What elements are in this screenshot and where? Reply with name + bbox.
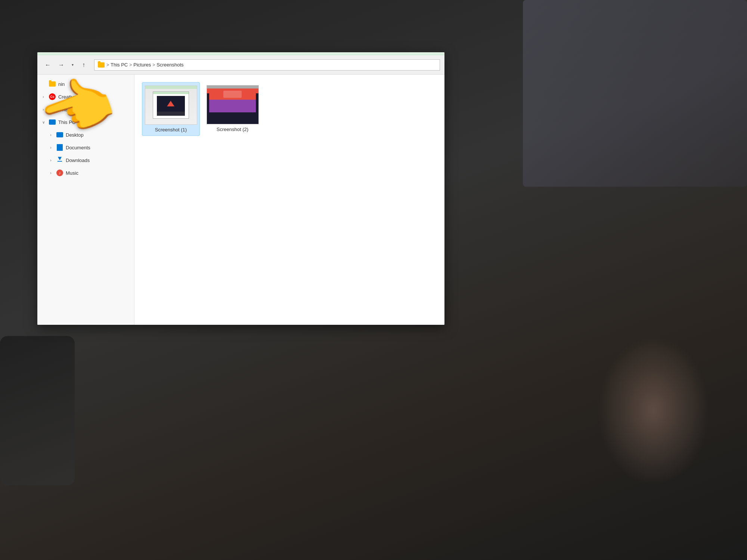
sidebar-item-onedrive[interactable]: › OneDrive - Perso: [37, 103, 134, 116]
chevron-music: ›: [48, 170, 54, 176]
address-sep2: >: [129, 62, 132, 68]
file-label-screenshot1: Screenshot (1): [155, 127, 187, 133]
pc-icon: [49, 118, 56, 126]
chevron-documents: ›: [48, 144, 54, 150]
history-dropdown-button[interactable]: ▾: [69, 59, 76, 71]
file-label-screenshot2: Screenshot (2): [217, 127, 248, 132]
downloads-icon: [56, 156, 63, 164]
address-folder-icon: [97, 61, 105, 69]
desktop-icon: [56, 131, 63, 139]
chevron-onedrive: ›: [40, 106, 46, 112]
sidebar-label-this-pc: This PC: [58, 119, 131, 125]
onedrive-icon: [49, 106, 56, 113]
main-area: nin › Cc Creative Cloud Fi › OneDrive - …: [37, 75, 444, 325]
address-screenshots: Screenshots: [156, 62, 183, 68]
up-button[interactable]: ↑: [78, 59, 90, 71]
bg-hand: [598, 336, 710, 485]
sidebar-label-nin: nin: [58, 81, 131, 87]
chevron-placeholder: [40, 81, 46, 87]
chevron-downloads: ›: [48, 157, 54, 163]
back-button[interactable]: ←: [42, 59, 54, 71]
sidebar-label-documents: Documents: [66, 145, 131, 150]
sidebar-item-nin[interactable]: nin: [37, 78, 134, 90]
chevron-desktop: ›: [48, 132, 54, 138]
sidebar-label-music: Music: [66, 170, 131, 176]
nin-folder-icon: [49, 80, 56, 88]
address-sep3: >: [152, 62, 155, 68]
sidebar-label-cc: Creative Cloud Fi: [58, 94, 131, 100]
sidebar-label-desktop: Desktop: [66, 132, 131, 138]
creative-cloud-icon: Cc: [49, 93, 56, 100]
sidebar-item-desktop[interactable]: › Desktop: [37, 128, 134, 141]
address-bar[interactable]: > This PC > Pictures > Screenshots: [94, 59, 440, 71]
title-bar-accent: [37, 52, 444, 55]
sidebar-item-documents[interactable]: › Documents: [37, 141, 134, 154]
thumbnail-screenshot1: [145, 85, 197, 125]
thumbnail-screenshot2: [207, 85, 259, 124]
sidebar-item-creative-cloud[interactable]: › Cc Creative Cloud Fi: [37, 90, 134, 103]
bg-laptop: [523, 0, 747, 187]
music-icon: ♪: [56, 169, 63, 177]
navigation-bar: ← → ▾ ↑ > This PC > Pictures > Screensho…: [37, 55, 444, 75]
file-item-screenshot2[interactable]: Screenshot (2): [204, 82, 261, 136]
bg-phone: [0, 336, 75, 485]
chevron-this-pc: ∨: [40, 119, 46, 125]
files-grid: Screenshot (1): [142, 82, 437, 136]
sidebar-label-downloads: Downloads: [66, 158, 131, 163]
address-this-pc: This PC: [111, 62, 128, 68]
content-area: Screenshot (1): [134, 75, 444, 325]
sidebar: nin › Cc Creative Cloud Fi › OneDrive - …: [37, 75, 134, 325]
forward-button[interactable]: →: [55, 59, 67, 71]
chevron-cc: ›: [40, 94, 46, 100]
address-sep1: >: [106, 62, 109, 68]
documents-icon: [56, 144, 63, 151]
sidebar-item-this-pc[interactable]: ∨ This PC: [37, 116, 134, 128]
file-item-screenshot1[interactable]: Screenshot (1): [142, 82, 200, 136]
sidebar-item-downloads[interactable]: › Downloads: [37, 154, 134, 167]
sidebar-item-music[interactable]: › ♪ Music: [37, 167, 134, 179]
address-pictures: Pictures: [133, 62, 151, 68]
sidebar-label-onedrive: OneDrive - Perso: [58, 107, 131, 112]
file-explorer-window: ← → ▾ ↑ > This PC > Pictures > Screensho…: [37, 52, 444, 325]
